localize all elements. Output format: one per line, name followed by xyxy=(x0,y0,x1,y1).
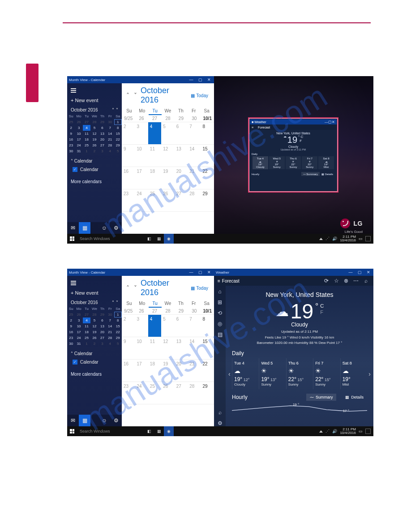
page-rule xyxy=(63,22,371,23)
